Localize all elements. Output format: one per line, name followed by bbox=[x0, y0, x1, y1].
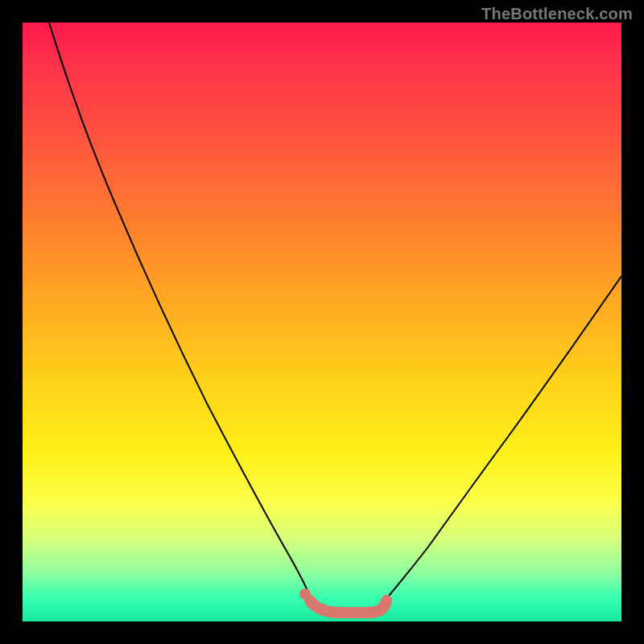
watermark-text: TheBottleneck.com bbox=[481, 5, 633, 23]
bottom-bump bbox=[310, 601, 386, 613]
plot-area bbox=[23, 23, 621, 621]
left-curve bbox=[49, 23, 311, 598]
right-curve bbox=[385, 276, 621, 601]
bump-start-dot bbox=[299, 588, 311, 600]
chart-svg bbox=[23, 23, 621, 621]
